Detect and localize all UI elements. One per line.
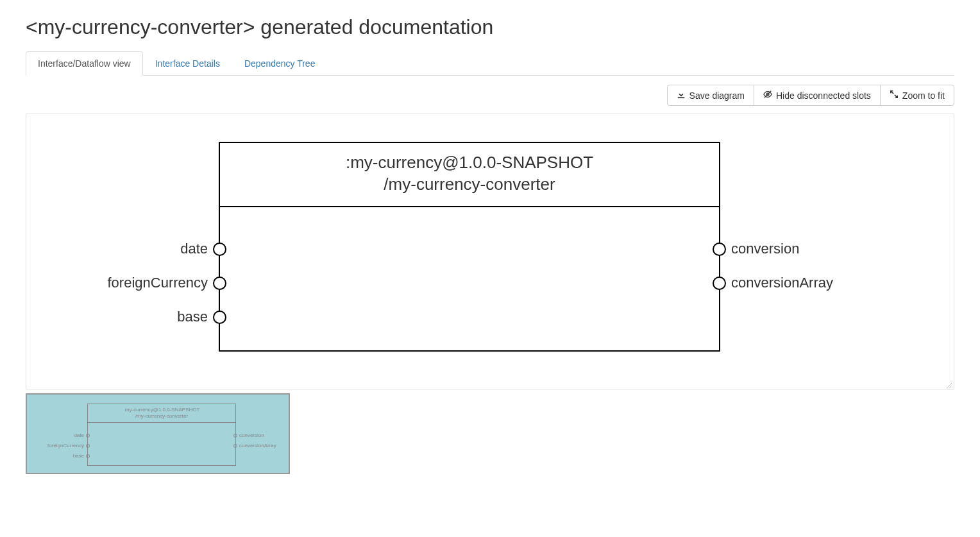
minimap-input-port: foreignCurrency — [47, 443, 90, 448]
zoom-to-fit-button[interactable]: Zoom to fit — [880, 85, 954, 106]
input-port-label: foreignCurrency — [107, 275, 208, 291]
port-ring-icon — [213, 311, 226, 324]
output-port-label: conversionArray — [731, 275, 833, 291]
port-ring-icon — [86, 434, 90, 438]
minimap-port-label: conversionArray — [239, 443, 276, 448]
tab-interface-details[interactable]: Interface Details — [143, 51, 232, 76]
minimap[interactable]: :my-currency@1.0.0-SNAPSHOT /my-currency… — [26, 393, 290, 474]
port-ring-icon — [86, 454, 90, 458]
diagram-toolbar: Save diagram Hide disconnected slots Zoo… — [26, 85, 954, 106]
port-ring-icon — [213, 243, 226, 256]
port-ring-icon — [713, 243, 726, 256]
tab-dependency-tree[interactable]: Dependency Tree — [232, 51, 328, 76]
page-title: <my-currency-converter> generated docume… — [26, 15, 954, 39]
hide-disconnected-slots-button[interactable]: Hide disconnected slots — [754, 85, 881, 106]
input-port-base[interactable]: base — [177, 309, 226, 325]
zoom-to-fit-label: Zoom to fit — [902, 90, 945, 101]
component-node[interactable]: :my-currency@1.0.0-SNAPSHOT /my-currency… — [219, 142, 720, 352]
minimap-node-header: :my-currency@1.0.0-SNAPSHOT /my-currency… — [88, 404, 235, 423]
minimap-port-label: date — [74, 432, 84, 438]
minimap-title-line2: /my-currency-converter — [89, 413, 234, 420]
save-diagram-button[interactable]: Save diagram — [667, 85, 754, 106]
minimap-node: :my-currency@1.0.0-SNAPSHOT /my-currency… — [87, 404, 236, 466]
download-icon — [677, 90, 686, 101]
component-title-line2: /my-currency-converter — [225, 174, 714, 196]
hide-disconnected-slots-label: Hide disconnected slots — [776, 90, 871, 101]
canvas-resize-handle[interactable] — [945, 380, 952, 388]
input-port-label: base — [177, 309, 208, 325]
minimap-output-port: conversionArray — [233, 443, 276, 448]
input-port-foreigncurrency[interactable]: foreignCurrency — [107, 275, 226, 291]
component-title-line1: :my-currency@1.0.0-SNAPSHOT — [225, 152, 714, 174]
tab-dataflow-view[interactable]: Interface/Dataflow view — [26, 51, 143, 76]
port-ring-icon — [213, 277, 226, 290]
port-ring-icon — [86, 444, 90, 448]
expand-icon — [890, 90, 899, 101]
minimap-title-line1: :my-currency@1.0.0-SNAPSHOT — [89, 407, 234, 413]
input-port-date[interactable]: date — [180, 241, 226, 257]
minimap-port-label: conversion — [239, 432, 264, 438]
port-ring-icon — [713, 277, 726, 290]
minimap-input-port: date — [74, 432, 90, 438]
output-port-label: conversion — [731, 241, 799, 257]
minimap-port-label: base — [73, 453, 84, 459]
tabs-bar: Interface/Dataflow view Interface Detail… — [26, 51, 954, 76]
port-ring-icon — [233, 434, 237, 438]
port-ring-icon — [233, 444, 237, 448]
save-diagram-label: Save diagram — [689, 90, 745, 101]
minimap-port-label: foreignCurrency — [47, 443, 84, 448]
component-node-header: :my-currency@1.0.0-SNAPSHOT /my-currency… — [220, 143, 719, 207]
output-port-conversionarray[interactable]: conversionArray — [713, 275, 833, 291]
minimap-output-port: conversion — [233, 432, 264, 438]
eye-slash-icon — [763, 90, 772, 101]
input-port-label: date — [180, 241, 208, 257]
diagram-canvas[interactable]: :my-currency@1.0.0-SNAPSHOT /my-currency… — [26, 114, 954, 389]
output-port-conversion[interactable]: conversion — [713, 241, 799, 257]
minimap-input-port: base — [73, 453, 90, 459]
